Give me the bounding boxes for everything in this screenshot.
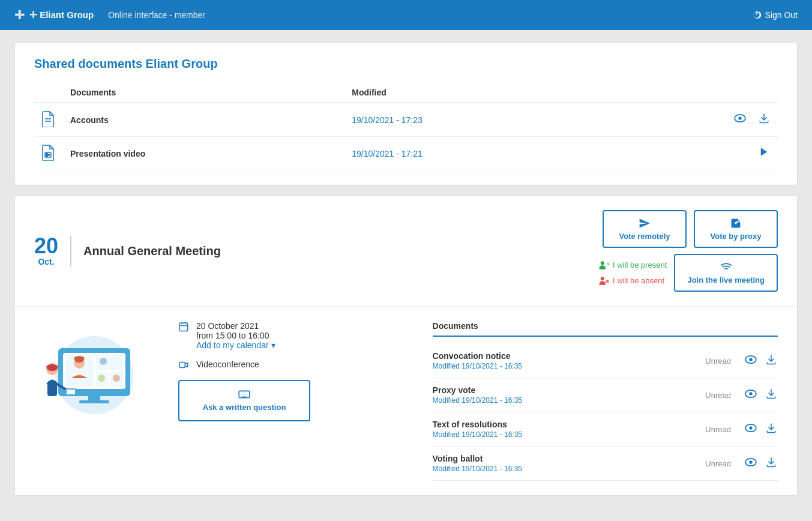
meeting-doc-view-button[interactable] xyxy=(743,388,759,403)
meeting-date: 20 Oct. xyxy=(34,235,58,267)
video-icon xyxy=(178,360,189,370)
svg-marker-6 xyxy=(761,148,768,156)
join-live-button[interactable]: Join the live meeting xyxy=(674,254,778,292)
meeting-doc-view-button[interactable] xyxy=(743,354,759,369)
will-be-absent-link[interactable]: I will be absent xyxy=(598,276,664,286)
signout-button[interactable]: Sign Out xyxy=(752,10,798,20)
vote-proxy-label: Vote by proxy xyxy=(710,232,761,241)
svg-rect-22 xyxy=(88,396,100,401)
meeting-doc-info: Voting ballot Modified 19/10/2021 - 16:3… xyxy=(433,454,699,473)
meeting-doc-name: Proxy vote xyxy=(433,385,699,395)
vote-proxy-button[interactable]: Vote by proxy xyxy=(694,210,778,248)
meeting-doc-actions xyxy=(743,421,778,438)
absent-icon xyxy=(598,276,609,286)
meeting-time: from 15:00 to 16:00 xyxy=(196,331,275,340)
vote-remotely-button[interactable]: Vote remotely xyxy=(603,210,687,248)
svg-point-33 xyxy=(749,392,752,395)
doc-modified-cell: 19/10/2021 - 17:21 xyxy=(344,137,612,170)
download-button[interactable] xyxy=(757,111,771,128)
doc-actions-cell xyxy=(612,137,778,170)
docs-tab-label: Documents xyxy=(433,321,478,331)
meeting-doc-modified: Modified 19/10/2021 - 16:35 xyxy=(433,362,699,370)
send-icon xyxy=(639,217,651,229)
download-icon xyxy=(759,112,769,124)
ask-question-button[interactable]: Ask a written question xyxy=(178,380,310,421)
meeting-doc-download-button[interactable] xyxy=(765,387,778,404)
meeting-doc-modified: Modified 19/10/2021 - 16:35 xyxy=(433,430,699,439)
eye-icon xyxy=(744,389,757,399)
meeting-doc-name: Convocation notice xyxy=(433,351,699,361)
svg-point-17 xyxy=(100,358,107,365)
presence-group: I will be present I will be absent xyxy=(598,260,667,286)
meeting-doc-info: Text of resolutions Modified 19/10/2021 … xyxy=(433,420,699,439)
meeting-doc-view-button[interactable] xyxy=(743,422,759,437)
col-documents-header: Documents xyxy=(63,83,344,103)
svg-rect-27 xyxy=(67,390,75,394)
svg-marker-5 xyxy=(46,153,50,157)
will-be-present-link[interactable]: I will be present xyxy=(598,260,667,271)
videoconference-label: Videoconference xyxy=(196,360,259,369)
doc-actions-cell xyxy=(612,103,778,137)
meeting-doc-info: Proxy vote Modified 19/10/2021 - 16:35 xyxy=(433,385,699,405)
meeting-doc-status: Unread xyxy=(705,459,731,468)
add-calendar-link[interactable]: Add to my calendar ▾ xyxy=(196,340,275,350)
eye-icon xyxy=(744,457,757,467)
meeting-doc-row: Convocation notice Modified 19/10/2021 -… xyxy=(433,344,778,378)
meeting-day: 20 xyxy=(34,235,58,257)
docs-tab: Documents xyxy=(433,321,778,337)
meeting-doc-actions xyxy=(743,387,778,404)
proxy-icon xyxy=(730,217,742,229)
play-button[interactable] xyxy=(757,145,771,162)
eye-icon xyxy=(733,113,747,123)
download-icon xyxy=(766,354,777,366)
play-icon xyxy=(759,146,769,158)
meeting-info: 20 October 2021 from 15:00 to 16:00 Add … xyxy=(178,321,409,481)
meeting-doc-view-button[interactable] xyxy=(743,456,759,471)
logo: ✛ ✛ Eliant Group Online interface - memb… xyxy=(14,8,205,22)
col-modified-header: Modified xyxy=(344,83,612,103)
meeting-docs-side: Documents Convocation notice Modified 19… xyxy=(433,321,778,481)
table-row: Presentation video19/10/2021 - 17:21 xyxy=(34,137,778,170)
file-icon xyxy=(41,110,55,127)
svg-point-8 xyxy=(601,277,604,280)
meeting-date-full: 20 October 2021 xyxy=(196,321,275,331)
meeting-date-item: 20 October 2021 from 15:00 to 16:00 Add … xyxy=(178,321,409,350)
logo-text: ✛ Eliant Group xyxy=(29,10,94,20)
doc-icon-cell xyxy=(34,103,63,137)
meeting-actions-top: Vote remotely Vote by proxy xyxy=(603,210,778,248)
meeting-doc-row: Proxy vote Modified 19/10/2021 - 16:35 U… xyxy=(433,378,778,412)
meeting-month: Oct. xyxy=(34,257,58,267)
meeting-doc-download-button[interactable] xyxy=(765,421,778,438)
join-live-label: Join the live meeting xyxy=(687,276,765,285)
meeting-doc-row: Text of resolutions Modified 19/10/2021 … xyxy=(433,412,778,447)
doc-icon-cell xyxy=(34,137,63,170)
meeting-divider xyxy=(70,236,71,266)
shared-documents-card: Shared documents Eliant Group Documents … xyxy=(14,42,798,185)
meeting-illustration xyxy=(34,321,154,481)
meeting-doc-download-button[interactable] xyxy=(765,455,778,472)
download-icon xyxy=(766,388,777,400)
meeting-svg xyxy=(34,321,154,417)
meeting-doc-modified: Modified 19/10/2021 - 16:35 xyxy=(433,465,699,473)
file-icon xyxy=(41,144,55,161)
meeting-doc-row: Voting ballot Modified 19/10/2021 - 16:3… xyxy=(433,447,778,481)
svg-point-31 xyxy=(749,358,752,361)
meeting-doc-status: Unread xyxy=(705,391,731,400)
doc-name-cell: Presentation video xyxy=(63,137,344,170)
col-actions-header xyxy=(612,83,778,103)
meeting-actions-bottom: I will be present I will be absent Join … xyxy=(598,254,778,292)
meeting-title: Annual General Meeting xyxy=(83,244,598,258)
vote-remotely-label: Vote remotely xyxy=(619,232,670,241)
svg-point-21 xyxy=(113,375,120,382)
svg-point-7 xyxy=(601,261,604,265)
svg-point-19 xyxy=(98,375,105,382)
view-button[interactable] xyxy=(732,112,748,127)
svg-point-37 xyxy=(749,460,752,463)
meeting-card: 20 Oct. Annual General Meeting Vote remo… xyxy=(14,195,798,496)
meeting-doc-modified: Modified 19/10/2021 - 16:35 xyxy=(433,396,699,405)
power-icon xyxy=(752,10,762,20)
meeting-doc-status: Unread xyxy=(705,425,731,434)
meeting-doc-download-button[interactable] xyxy=(765,352,778,370)
svg-rect-25 xyxy=(47,381,57,396)
meeting-doc-actions xyxy=(743,455,778,472)
